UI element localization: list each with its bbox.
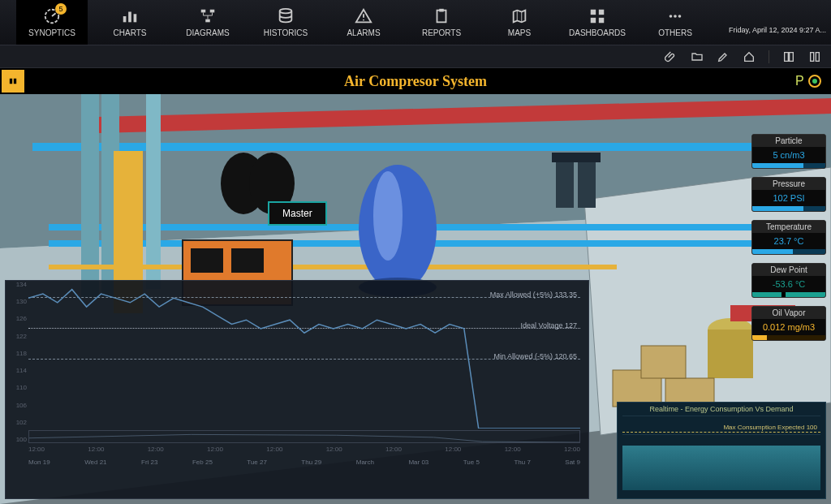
mini-threshold [622, 432, 820, 433]
svg-rect-40 [49, 265, 617, 269]
nav-label: CHARTS [114, 28, 147, 37]
grid-icon [588, 7, 606, 25]
titlebar: Air Compresor System P [0, 68, 831, 94]
gauge-value: 102 PSI [752, 190, 825, 206]
svg-point-8 [280, 9, 292, 14]
map-icon [510, 7, 528, 25]
gauge-bar [752, 335, 825, 340]
page-title: Air Compresor System [0, 73, 831, 90]
nav-label: OTHERS [658, 28, 692, 37]
svg-rect-15 [591, 18, 596, 23]
top-nav: 5 SYNOPTICS CHARTS DIAGRAMS HISTORICS AL… [0, 0, 831, 45]
gauge-value: 0.012 mg/m3 [752, 319, 825, 335]
time-brush[interactable] [28, 430, 580, 443]
svg-point-18 [674, 15, 677, 18]
gauge-bar [752, 163, 825, 168]
nav-others[interactable]: OTHERS [639, 0, 711, 45]
gauge-oil-vapor[interactable]: Oil Vapor 0.012 mg/m3 [751, 306, 826, 341]
nav-maps[interactable]: MAPS [484, 0, 555, 45]
clip-icon [433, 7, 450, 25]
book-icon[interactable] [782, 50, 795, 63]
svg-rect-16 [599, 18, 604, 23]
gauge-bar [752, 249, 825, 254]
gauge-title: Temperature [752, 221, 825, 233]
edit-icon [717, 50, 730, 63]
svg-point-10 [363, 19, 364, 21]
x-axis: 12:0012:0012:0012:0012:0012:0012:0012:00… [28, 446, 580, 453]
svg-rect-7 [205, 19, 210, 23]
svg-rect-32 [32, 143, 763, 151]
svg-rect-37 [146, 94, 161, 289]
nav-label: HISTORICS [264, 28, 308, 37]
db-icon [277, 7, 295, 25]
gauge-dew-point[interactable]: Dew Point -53.6 °C [751, 263, 826, 298]
nav-label: REPORTS [422, 28, 461, 37]
gauge-value: 23.7 °C [752, 233, 825, 249]
svg-point-17 [670, 15, 673, 18]
toolstrip [0, 45, 831, 68]
svg-rect-14 [599, 10, 604, 15]
gauge-temperature[interactable]: Temperature 23.7 °C [751, 220, 826, 255]
chart-line [28, 281, 580, 429]
energy-mini-chart[interactable]: Realtime - Energy Consumption Vs Demand … [617, 402, 826, 499]
svg-rect-53 [708, 330, 753, 378]
date-nav[interactable]: Mon 19Wed 21Fri 23Feb 25Tue 27Thu 29Marc… [28, 459, 580, 466]
voltage-chart[interactable]: 134130126122118114110106102100 Max Allow… [5, 280, 589, 499]
nav-label: MAPS [508, 28, 531, 37]
mini-chart-title: Realtime - Energy Consumption Vs Demand [618, 403, 825, 416]
home-icon [743, 50, 756, 63]
svg-rect-45 [231, 248, 264, 273]
gauge-particle[interactable]: Particle 5 cn/m3 [751, 134, 826, 169]
svg-rect-44 [191, 248, 223, 273]
gauge-title: Oil Vapor [752, 307, 825, 319]
nav-label: DASHBOARDS [569, 28, 626, 37]
nav-synoptics[interactable]: 5 SYNOPTICS [16, 0, 88, 45]
nav-label: SYNOPTICS [28, 28, 75, 37]
svg-rect-49 [556, 159, 574, 208]
nav-alarms[interactable]: ALARMS [328, 0, 399, 45]
svg-rect-50 [578, 159, 596, 208]
gauge-title: Dew Point [752, 264, 825, 276]
master-label[interactable]: Master [268, 201, 327, 226]
gauge-value: 5 cn/m3 [752, 147, 825, 163]
nav-diagrams[interactable]: DIAGRAMS [172, 0, 243, 45]
nav-reports[interactable]: REPORTS [406, 0, 477, 45]
attach-icon[interactable] [665, 50, 678, 63]
dots-icon [666, 7, 684, 25]
svg-rect-5 [201, 10, 206, 13]
nav-label: ALARMS [347, 28, 380, 37]
badge: 5 [55, 3, 67, 15]
svg-point-47 [373, 171, 403, 261]
gauge-pressure[interactable]: Pressure 102 PSI [751, 177, 826, 212]
mini-threshold-label: Max Consumption Expected 100 [723, 424, 817, 431]
gauge-title: Pressure [752, 178, 825, 190]
bars-icon [121, 7, 139, 25]
gauge-bar [752, 206, 825, 211]
y-axis: 134130126122118114110106102100 [7, 281, 27, 443]
svg-rect-51 [552, 153, 601, 162]
svg-rect-3 [128, 12, 131, 23]
nav-historics[interactable]: HISTORICS [250, 0, 321, 45]
svg-rect-13 [591, 10, 596, 15]
gauges-panel: Particle 5 cn/m3 Pressure 102 PSI Temper… [751, 134, 826, 349]
svg-rect-11 [437, 11, 446, 23]
svg-rect-56 [641, 346, 686, 378]
svg-rect-2 [123, 16, 127, 22]
svg-line-1 [52, 13, 56, 16]
nav-dashboards[interactable]: DASHBOARDS [562, 0, 633, 45]
cols-icon[interactable] [808, 50, 821, 63]
timestamp: Friday, April 12, 2024 9:27 A... [729, 26, 826, 34]
gauge-title: Particle [752, 135, 825, 147]
svg-rect-20 [811, 52, 814, 61]
gauge-bar [752, 292, 825, 297]
flow-icon [199, 7, 217, 25]
svg-rect-12 [439, 9, 444, 12]
gauge-value: -53.6 °C [752, 276, 825, 292]
mini-area [622, 446, 820, 490]
svg-rect-6 [210, 10, 215, 13]
nav-charts[interactable]: CHARTS [94, 0, 166, 45]
svg-point-19 [678, 15, 682, 18]
warn-icon [355, 7, 372, 25]
svg-rect-21 [816, 52, 819, 61]
folder-icon[interactable] [691, 50, 704, 63]
